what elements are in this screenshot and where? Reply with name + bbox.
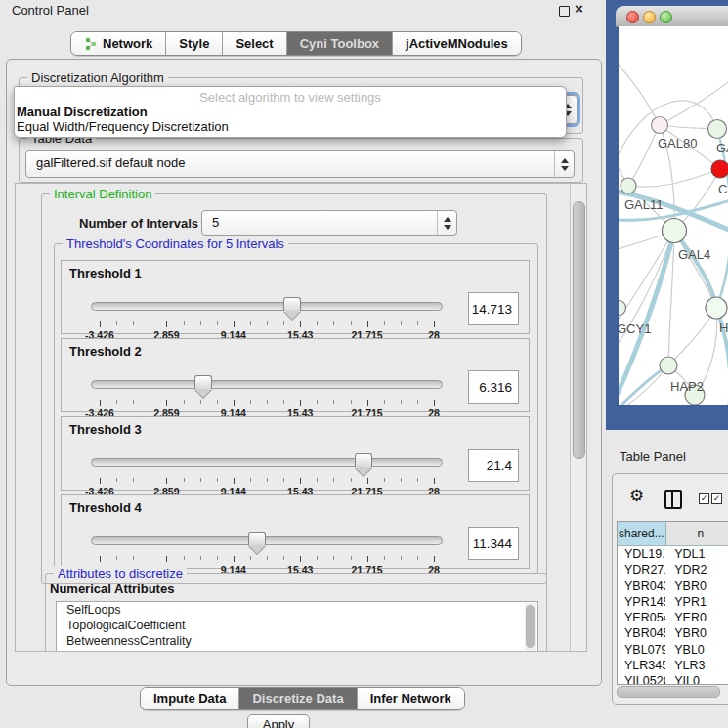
table-cell[interactable]: YBR0 bbox=[665, 578, 728, 594]
scrollbar-thumb[interactable] bbox=[573, 201, 585, 459]
algorithm-option-equal-width[interactable]: Equal Width/Frequency Discretization bbox=[17, 119, 564, 134]
list-scrollbar[interactable] bbox=[525, 603, 536, 652]
table-row[interactable]: YBR045CYBR0 bbox=[618, 625, 728, 641]
table-row[interactable]: YDR27...YDR2 bbox=[618, 562, 728, 578]
num-intervals-select[interactable]: 5 bbox=[201, 210, 457, 236]
threshold-slider[interactable]: -3.4262.8599.14415.4321.71528 bbox=[91, 296, 443, 333]
numerical-attributes-list[interactable]: SelfLoopsTopologicalCoefficientBetweenne… bbox=[56, 601, 538, 652]
gear-icon[interactable]: ⚙ bbox=[629, 486, 644, 506]
tab-network[interactable]: Network bbox=[71, 32, 166, 55]
table-cell[interactable]: YDL1 bbox=[665, 546, 728, 562]
table-cell[interactable]: YDR27... bbox=[618, 562, 665, 578]
node-attribute-table[interactable]: shared... n YDL19...YDL1YDR27...YDR2YBR0… bbox=[617, 521, 728, 685]
table-row[interactable]: YLR345WYLR3 bbox=[618, 658, 728, 673]
tick-mark bbox=[250, 321, 251, 325]
threshold-value-input[interactable] bbox=[468, 527, 519, 560]
threshold-value-input[interactable] bbox=[468, 292, 519, 325]
tab-select[interactable]: Select bbox=[223, 32, 286, 55]
slider-handle[interactable] bbox=[355, 453, 372, 467]
table-row[interactable]: YBR043CYBR0 bbox=[618, 578, 728, 594]
tab-impute-data[interactable]: Impute Data bbox=[141, 688, 239, 709]
table-row[interactable]: YER054CYER0 bbox=[618, 610, 728, 625]
tick-mark bbox=[417, 321, 418, 325]
table-cell[interactable]: YPR145W bbox=[618, 594, 665, 610]
tick-mark bbox=[200, 478, 201, 482]
table-cell[interactable]: YDL19... bbox=[618, 546, 665, 562]
slider-track[interactable] bbox=[91, 380, 443, 389]
columns-icon[interactable] bbox=[664, 490, 682, 509]
network-node[interactable] bbox=[663, 219, 687, 243]
network-node[interactable] bbox=[619, 301, 626, 316]
table-cell[interactable]: YDR2 bbox=[665, 562, 728, 578]
stepper-icon[interactable] bbox=[437, 211, 456, 235]
network-node[interactable] bbox=[621, 178, 636, 193]
tab-infer-network[interactable]: Infer Network bbox=[358, 688, 464, 709]
attribute-list-item[interactable]: SelfLoops bbox=[57, 602, 537, 618]
attribute-list-item[interactable]: TopologicalCoefficient bbox=[57, 618, 537, 633]
checkbox-icon[interactable]: ✓ bbox=[699, 493, 709, 504]
network-node[interactable] bbox=[652, 117, 668, 134]
slider-track[interactable] bbox=[91, 302, 443, 311]
table-row[interactable]: YIL052CYIL0 bbox=[618, 673, 728, 685]
network-node[interactable] bbox=[708, 120, 727, 139]
tab-style[interactable]: Style bbox=[166, 32, 223, 55]
tab-jactivemnodules[interactable]: jActiveMNodules bbox=[393, 32, 521, 55]
table-row[interactable]: YDL19...YDL1 bbox=[618, 546, 728, 562]
column-header-name[interactable]: n bbox=[666, 522, 728, 545]
table-cell[interactable]: YER054C bbox=[618, 610, 665, 625]
table-cell[interactable]: YBL0 bbox=[665, 642, 728, 658]
threshold-slider[interactable]: -3.4262.8599.14415.4321.71528 bbox=[91, 374, 443, 411]
tick-mark bbox=[401, 321, 402, 325]
tab-discretize-data[interactable]: Discretize Data bbox=[239, 688, 357, 709]
threshold-slider[interactable]: -3.4262.8599.14415.4321.71528 bbox=[91, 452, 443, 490]
network-view-canvas[interactable]: GAL80GACGAL11GAL4GCY1HHAP2 bbox=[619, 26, 728, 405]
tab-cyni-toolbox[interactable]: Cyni Toolbox bbox=[287, 32, 393, 55]
table-cell[interactable]: YPR1 bbox=[665, 594, 728, 610]
checkbox-icon[interactable]: ✓ bbox=[711, 493, 722, 504]
table-cell[interactable]: YER0 bbox=[665, 610, 728, 625]
settings-scrollbar[interactable] bbox=[570, 184, 586, 651]
zoom-traffic-light-icon[interactable] bbox=[660, 11, 672, 23]
network-node[interactable] bbox=[711, 160, 728, 178]
slider-handle[interactable] bbox=[248, 532, 266, 545]
table-cell[interactable]: YBR043C bbox=[618, 578, 665, 594]
threshold-value-input[interactable] bbox=[468, 370, 519, 404]
network-node[interactable] bbox=[706, 297, 727, 319]
table-cell[interactable]: YBL079W bbox=[618, 642, 665, 658]
attribute-list-item[interactable]: BetweennessCentrality bbox=[57, 633, 537, 649]
tick-mark bbox=[267, 321, 268, 325]
slider-track[interactable] bbox=[91, 458, 443, 467]
threshold-value-input[interactable] bbox=[468, 449, 519, 482]
num-intervals-value: 5 bbox=[212, 211, 433, 235]
minimize-traffic-light-icon[interactable] bbox=[643, 11, 656, 23]
table-cell[interactable]: YIL0 bbox=[665, 673, 728, 685]
table-horizontal-scrollbar[interactable] bbox=[616, 685, 728, 698]
slider-track[interactable] bbox=[91, 536, 443, 545]
tick-mark bbox=[234, 478, 235, 484]
algorithm-option-manual[interactable]: Manual Discretization bbox=[17, 105, 564, 119]
table-cell[interactable]: YLR345W bbox=[618, 658, 665, 673]
slider-handle[interactable] bbox=[194, 375, 212, 389]
table-row[interactable]: YPR145WYPR1 bbox=[618, 594, 728, 610]
scrollbar-thumb[interactable] bbox=[617, 686, 720, 698]
table-cell[interactable]: YIL052C bbox=[618, 673, 665, 685]
close-traffic-light-icon[interactable] bbox=[626, 11, 639, 23]
network-window-titlebar[interactable] bbox=[616, 6, 728, 27]
table-cell[interactable]: YBR0 bbox=[665, 625, 728, 641]
tick-mark bbox=[401, 400, 402, 404]
network-node[interactable] bbox=[660, 357, 677, 374]
table-data-select[interactable]: galFiltered.sif default node bbox=[25, 150, 575, 178]
table-cell[interactable]: YBR045C bbox=[618, 625, 665, 641]
slider-handle[interactable] bbox=[283, 297, 301, 311]
apply-button[interactable]: Apply bbox=[247, 714, 310, 728]
interval-definition-group: Interval Definition Number of Intervals … bbox=[41, 193, 547, 584]
float-window-icon[interactable] bbox=[559, 6, 570, 17]
close-icon[interactable]: × bbox=[575, 0, 583, 17]
table-cell[interactable]: YLR3 bbox=[665, 658, 728, 673]
tick-mark bbox=[300, 321, 301, 327]
table-row[interactable]: YBL079WYBL0 bbox=[618, 642, 728, 658]
tick-mark bbox=[300, 556, 301, 562]
column-header-shared-name[interactable]: shared... bbox=[618, 522, 666, 545]
threshold-slider[interactable]: -3.4262.8599.14415.4321.71528 bbox=[91, 531, 443, 568]
stepper-icon[interactable] bbox=[554, 151, 574, 177]
